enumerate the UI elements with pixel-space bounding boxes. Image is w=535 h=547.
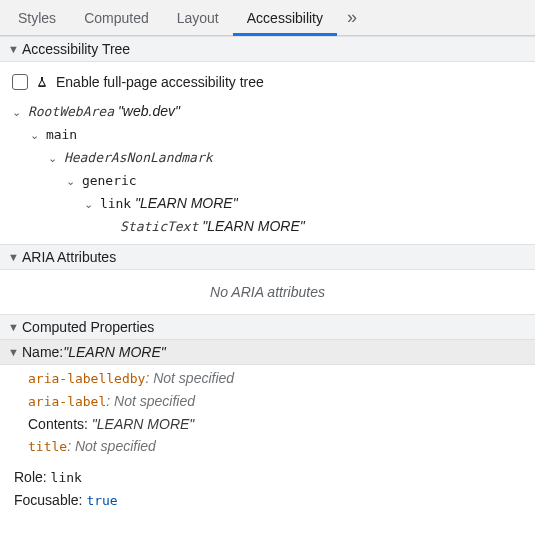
tree-role: link (100, 196, 131, 211)
source-value: Not specified (153, 370, 234, 386)
computed-name-value: "LEARN MORE" (63, 344, 166, 360)
caret-icon: ⌄ (30, 124, 42, 146)
tree-node-main[interactable]: ⌄ main (12, 123, 527, 146)
source-key: aria-labelledby (28, 371, 145, 386)
tree-node-rootwebarea[interactable]: ⌄ RootWebArea "web.dev" (12, 100, 527, 123)
caret-icon: ⌄ (66, 170, 78, 192)
tree-name: "LEARN MORE" (202, 218, 305, 234)
computed-name-sources: aria-labelledby: Not specified aria-labe… (0, 365, 535, 466)
disclosure-triangle-icon: ▼ (8, 43, 18, 55)
enable-fullpage-checkbox[interactable] (12, 74, 28, 90)
disclosure-triangle-icon: ▼ (8, 321, 18, 333)
caret-icon: ⌄ (48, 147, 60, 169)
focusable-label: Focusable: (14, 492, 86, 508)
tree-name: "LEARN MORE" (135, 195, 238, 211)
focusable-value: true (86, 493, 117, 508)
source-key: Contents (28, 416, 84, 432)
source-value: Not specified (114, 393, 195, 409)
tab-layout[interactable]: Layout (163, 0, 233, 36)
disclosure-triangle-icon: ▼ (8, 251, 18, 263)
tree-node-header[interactable]: ⌄ HeaderAsNonLandmark (12, 146, 527, 169)
section-title: Accessibility Tree (22, 41, 130, 57)
source-value: Not specified (75, 438, 156, 454)
tree-node-statictext[interactable]: StaticText "LEARN MORE" (12, 215, 527, 238)
tree-role: RootWebArea (28, 104, 114, 119)
tree-role: HeaderAsNonLandmark (64, 150, 213, 165)
no-aria-label: No ARIA attributes (0, 270, 535, 314)
tab-styles[interactable]: Styles (4, 0, 70, 36)
tree-role: StaticText (120, 219, 198, 234)
computed-body: ▼ Name: "LEARN MORE" aria-labelledby: No… (0, 340, 535, 520)
computed-role-row: Role: link (14, 466, 527, 489)
tab-accessibility[interactable]: Accessibility (233, 0, 337, 36)
tree-node-link[interactable]: ⌄ link "LEARN MORE" (12, 192, 527, 215)
source-value: "LEARN MORE" (92, 416, 195, 432)
tab-computed[interactable]: Computed (70, 0, 163, 36)
enable-fullpage-row[interactable]: Enable full-page accessibility tree (8, 68, 527, 100)
source-title: title: Not specified (28, 435, 527, 458)
computed-name-label: Name: (22, 344, 63, 360)
ax-tree: ⌄ RootWebArea "web.dev" ⌄ main ⌄ HeaderA… (8, 100, 527, 238)
section-header-computed[interactable]: ▼ Computed Properties (0, 314, 535, 340)
role-label: Role: (14, 469, 51, 485)
experiment-flask-icon (36, 76, 48, 88)
computed-role-focus: Role: link Focusable: true (0, 466, 535, 520)
tree-role: generic (82, 173, 137, 188)
computed-name-row[interactable]: ▼ Name: "LEARN MORE" (0, 340, 535, 365)
tree-role: main (46, 127, 77, 142)
tabs-overflow-button[interactable]: » (337, 7, 365, 28)
section-title: Computed Properties (22, 319, 154, 335)
disclosure-triangle-icon: ▼ (8, 346, 18, 358)
tree-name: "web.dev" (118, 103, 180, 119)
accessibility-tree-body: Enable full-page accessibility tree ⌄ Ro… (0, 62, 535, 244)
source-aria-label: aria-label: Not specified (28, 390, 527, 413)
enable-fullpage-label: Enable full-page accessibility tree (56, 74, 264, 90)
tree-node-generic[interactable]: ⌄ generic (12, 169, 527, 192)
computed-focusable-row: Focusable: true (14, 489, 527, 512)
source-contents: Contents: "LEARN MORE" (28, 413, 527, 435)
role-value: link (51, 470, 82, 485)
section-title: ARIA Attributes (22, 249, 116, 265)
section-header-aria[interactable]: ▼ ARIA Attributes (0, 244, 535, 270)
source-aria-labelledby: aria-labelledby: Not specified (28, 367, 527, 390)
section-header-tree[interactable]: ▼ Accessibility Tree (0, 36, 535, 62)
caret-icon: ⌄ (12, 101, 24, 123)
source-key: aria-label (28, 394, 106, 409)
caret-icon: ⌄ (84, 193, 96, 215)
devtools-tabs: Styles Computed Layout Accessibility » (0, 0, 535, 36)
source-key: title (28, 439, 67, 454)
